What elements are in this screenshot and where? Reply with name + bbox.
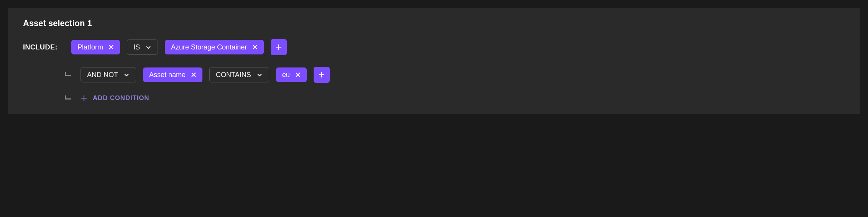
close-icon[interactable] (295, 72, 301, 77)
logical-operator-label: AND NOT (87, 71, 118, 78)
close-icon[interactable] (191, 72, 196, 77)
logical-operator-select[interactable]: AND NOT (81, 67, 136, 82)
chevron-down-icon (145, 44, 151, 50)
indent-marker-icon (64, 94, 74, 102)
panel-title: Asset selection 1 (23, 18, 845, 28)
asset-selection-panel: Asset selection 1 INCLUDE: Platform IS A… (8, 8, 860, 114)
add-value-button[interactable] (271, 39, 287, 55)
value-chip-azure-storage[interactable]: Azure Storage Container (165, 40, 264, 54)
attribute-label: Asset name (149, 71, 186, 78)
attribute-chip-asset-name[interactable]: Asset name (143, 67, 202, 82)
add-value-button[interactable] (314, 67, 330, 83)
plus-icon (81, 95, 87, 102)
add-condition-label: ADD CONDITION (93, 94, 149, 102)
attribute-chip-platform[interactable]: Platform (71, 40, 120, 54)
operator-select[interactable]: IS (127, 39, 158, 55)
operator-label: CONTAINS (216, 71, 251, 78)
close-icon[interactable] (108, 44, 114, 50)
condition-row: INCLUDE: Platform IS Azure Storage Conta… (23, 39, 845, 55)
chevron-down-icon (256, 72, 263, 78)
chevron-down-icon (123, 72, 130, 78)
add-condition-button[interactable]: ADD CONDITION (81, 94, 149, 102)
value-label: eu (282, 71, 290, 78)
add-condition-row: ADD CONDITION (23, 94, 845, 102)
close-icon[interactable] (252, 44, 258, 50)
value-label: Azure Storage Container (171, 44, 247, 51)
plus-icon (275, 44, 282, 51)
plus-icon (318, 71, 325, 78)
indent-marker-icon (64, 71, 74, 79)
include-label: INCLUDE: (23, 43, 61, 51)
value-chip-eu[interactable]: eu (276, 67, 307, 82)
operator-select[interactable]: CONTAINS (209, 67, 269, 82)
condition-row: AND NOT Asset name CONTAINS eu (23, 67, 845, 83)
operator-label: IS (133, 44, 140, 51)
attribute-label: Platform (77, 44, 103, 51)
